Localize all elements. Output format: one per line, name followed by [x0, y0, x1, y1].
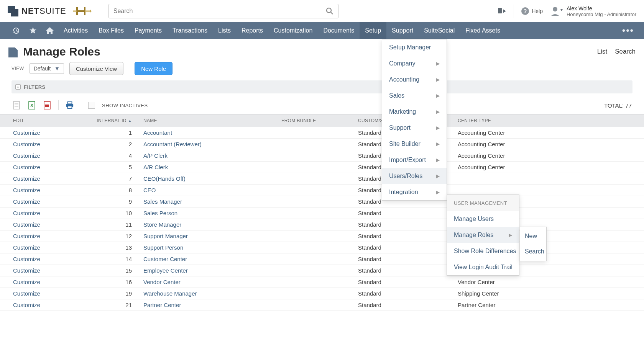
- col-from-bundle[interactable]: FROM BUNDLE: [281, 118, 358, 123]
- view-select[interactable]: Default ▼: [30, 63, 64, 74]
- user-block[interactable]: Alex Wolfe Honeycomb Mfg - Administrator: [550, 5, 636, 17]
- users-roles-view-login-audit-trail[interactable]: View Login Audit Trail: [447, 259, 519, 275]
- nav-documents[interactable]: Documents: [318, 22, 360, 39]
- role-name-link[interactable]: Partner Center: [143, 302, 281, 308]
- manage-roles-search[interactable]: Search: [520, 244, 546, 259]
- divider: [129, 64, 129, 74]
- home-icon[interactable]: [41, 27, 58, 34]
- table-row: Customize4A/P ClerkStandardAccounting Ce…: [0, 150, 644, 162]
- role-name-link[interactable]: Store Manager: [143, 221, 281, 228]
- setup-menu-setup-manager[interactable]: Setup Manager: [382, 39, 447, 56]
- setup-menu-accounting[interactable]: Accounting▶: [382, 72, 447, 88]
- setup-menu-integration[interactable]: Integration▶: [382, 184, 447, 200]
- setup-menu-marketing[interactable]: Marketing▶: [382, 104, 447, 120]
- nav-lists[interactable]: Lists: [213, 22, 236, 39]
- search-icon[interactable]: [326, 7, 334, 15]
- setup-menu-import-export[interactable]: Import/Export▶: [382, 152, 447, 168]
- users-roles-show-role-differences[interactable]: Show Role Differences: [447, 243, 519, 259]
- search-input[interactable]: [113, 8, 326, 15]
- customize-link[interactable]: Customize: [13, 267, 86, 274]
- customize-link[interactable]: Customize: [13, 141, 86, 147]
- setup-menu-support[interactable]: Support▶: [382, 120, 447, 136]
- role-name-link[interactable]: Customer Center: [143, 256, 281, 262]
- search-link[interactable]: Search: [615, 48, 636, 56]
- customize-link[interactable]: Customize: [13, 187, 86, 193]
- customize-link[interactable]: Customize: [13, 198, 86, 205]
- recent-records-icon[interactable]: [8, 27, 25, 34]
- nav-box-files[interactable]: Box Files: [93, 22, 129, 39]
- manage-roles-new[interactable]: New: [520, 229, 546, 244]
- col-edit[interactable]: EDIT: [13, 118, 86, 123]
- customize-link[interactable]: Customize: [13, 279, 86, 285]
- setup-menu-company[interactable]: Company▶: [382, 56, 447, 72]
- nav-transactions[interactable]: Transactions: [167, 22, 213, 39]
- customize-link[interactable]: Customize: [13, 302, 86, 308]
- setup-menu-users-roles[interactable]: Users/Roles▶: [382, 168, 447, 184]
- role-name-link[interactable]: A/R Clerk: [143, 164, 281, 170]
- list-link[interactable]: List: [597, 48, 607, 56]
- nav-setup[interactable]: Setup: [360, 22, 386, 39]
- setup-menu-sales[interactable]: Sales▶: [382, 88, 447, 104]
- customize-link[interactable]: Customize: [13, 233, 86, 239]
- customize-link[interactable]: Customize: [13, 256, 86, 262]
- netsuite-logo[interactable]: NETSUITE: [8, 6, 66, 16]
- users-roles-manage-roles[interactable]: Manage Roles▶: [447, 227, 519, 243]
- filters-bar[interactable]: + FILTERS: [12, 80, 632, 93]
- role-name-link[interactable]: Sales Manager: [143, 198, 281, 205]
- nav-suitesocial[interactable]: SuiteSocial: [419, 22, 460, 39]
- customize-link[interactable]: Customize: [13, 152, 86, 159]
- role-name-link[interactable]: A/P Clerk: [143, 152, 281, 159]
- customize-link[interactable]: Customize: [13, 244, 86, 251]
- col-internal-id[interactable]: INTERNAL ID ▲: [86, 118, 143, 123]
- customize-link[interactable]: Customize: [13, 221, 86, 228]
- role-name-link[interactable]: Employee Center: [143, 267, 281, 274]
- nav-payments[interactable]: Payments: [129, 22, 167, 39]
- role-name-link[interactable]: Support Manager: [143, 233, 281, 239]
- users-roles-manage-users[interactable]: Manage Users: [447, 211, 519, 227]
- role-name-link[interactable]: Vendor Center: [143, 279, 281, 285]
- new-role-button[interactable]: New Role: [135, 62, 172, 75]
- shortcuts-star-icon[interactable]: [25, 27, 41, 34]
- nav-customization[interactable]: Customization: [268, 22, 318, 39]
- table-row: Customize10Sales PersonStandardSales Cen…: [0, 208, 644, 219]
- role-name-link[interactable]: Warehouse Manager: [143, 290, 281, 297]
- role-name-link[interactable]: Sales Person: [143, 210, 281, 216]
- role-switch-icon[interactable]: [498, 7, 507, 15]
- role-name-link[interactable]: CEO(Hands Off): [143, 175, 281, 182]
- view-toolbar: VIEW Default ▼ Customize View New Role: [0, 62, 644, 80]
- nav-activities[interactable]: Activities: [58, 22, 93, 39]
- nav-overflow-icon[interactable]: •••: [622, 25, 636, 36]
- nav-support[interactable]: Support: [386, 22, 419, 39]
- chevron-right-icon: ▶: [436, 61, 440, 66]
- svg-line-7: [331, 12, 333, 14]
- page-title: Manage Roles: [23, 45, 100, 58]
- customize-link[interactable]: Customize: [13, 164, 86, 170]
- svg-text:X: X: [30, 103, 33, 108]
- customize-view-button[interactable]: Customize View: [69, 62, 123, 75]
- customize-link[interactable]: Customize: [13, 129, 86, 136]
- role-name-link[interactable]: Support Person: [143, 244, 281, 251]
- global-search[interactable]: [108, 4, 338, 18]
- role-name-link[interactable]: CEO: [143, 187, 281, 193]
- export-excel-icon[interactable]: X: [28, 100, 36, 110]
- expand-filters-icon[interactable]: +: [15, 84, 21, 90]
- cell-id: 1: [86, 129, 143, 136]
- col-center-type[interactable]: CENTER TYPE: [458, 118, 631, 123]
- nav-reports[interactable]: Reports: [236, 22, 268, 39]
- help-link[interactable]: ? Help: [521, 7, 543, 15]
- nav-fixed-assets[interactable]: Fixed Assets: [460, 22, 506, 39]
- setup-menu-site-builder[interactable]: Site Builder▶: [382, 136, 447, 152]
- role-name-link[interactable]: Accountant (Reviewer): [143, 141, 281, 147]
- col-name[interactable]: NAME: [143, 118, 281, 123]
- customize-link[interactable]: Customize: [13, 210, 86, 216]
- print-icon[interactable]: [66, 100, 74, 110]
- customize-link[interactable]: Customize: [13, 175, 86, 182]
- company-logo-icon[interactable]: [72, 4, 93, 18]
- cell-custom-standard: Standard: [358, 233, 458, 239]
- cell-id: 12: [86, 233, 143, 239]
- role-name-link[interactable]: Accountant: [143, 129, 281, 136]
- customize-link[interactable]: Customize: [13, 290, 86, 297]
- export-csv-icon[interactable]: [12, 100, 21, 110]
- export-pdf-icon[interactable]: [43, 100, 51, 110]
- show-inactives-checkbox[interactable]: [88, 102, 95, 109]
